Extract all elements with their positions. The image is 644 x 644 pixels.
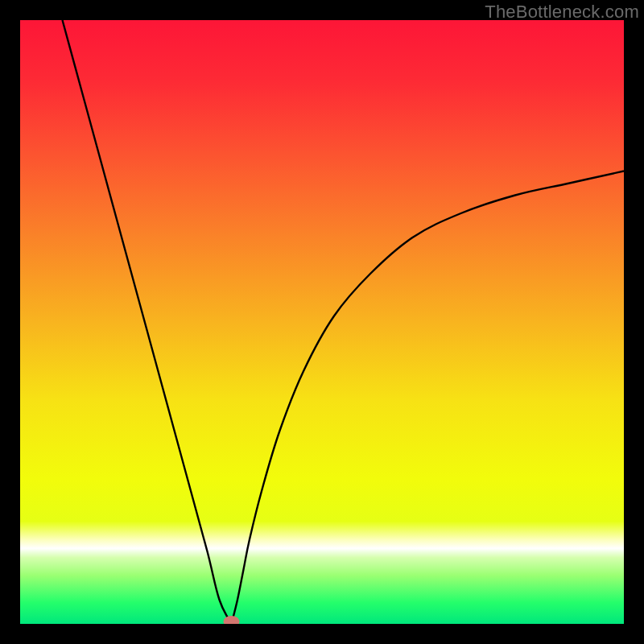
bottleneck-chart [20,20,624,624]
watermark-text: TheBottleneck.com [485,2,639,23]
gradient-background [20,20,624,624]
chart-frame: TheBottleneck.com [0,0,644,644]
